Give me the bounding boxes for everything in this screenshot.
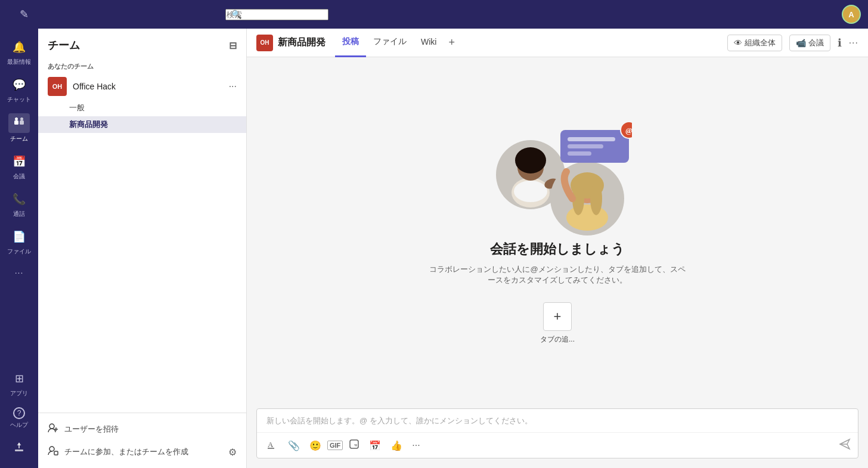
tab-bar: 投稿 ファイル Wiki + xyxy=(335,29,460,57)
welcome-title: 会話を開始しましょう xyxy=(490,240,625,258)
attach-icon[interactable]: 📎 xyxy=(284,438,303,454)
format-icon[interactable]: A xyxy=(264,436,282,454)
nav-item-wrapper-activity: 🔔 最新情報 xyxy=(0,33,38,71)
svg-rect-11 xyxy=(54,451,58,455)
topbar-left: ✎ xyxy=(7,8,45,21)
sidebar-title: チーム xyxy=(48,38,80,52)
chat-toolbar: A 📎 🙂 GIF 📅 👍 ··· xyxy=(257,432,858,458)
sidebar-item-update[interactable] xyxy=(0,434,38,463)
sidebar-item-apps[interactable]: ⊞ アプリ xyxy=(0,365,38,402)
sidebar-item-meetings[interactable]: 📅 会議 xyxy=(0,148,38,185)
schedule-icon[interactable]: 📅 xyxy=(365,438,385,454)
channel-item-new-product[interactable]: 新商品開発 xyxy=(38,116,246,133)
add-tab-label: タブの追... xyxy=(540,334,575,345)
compose-icon[interactable]: ✎ xyxy=(20,8,29,21)
nav-label-meetings: 会議 xyxy=(13,172,25,181)
svg-rect-1 xyxy=(20,120,24,125)
svg-rect-25 xyxy=(568,137,615,141)
join-label: チームに参加、またはチームを作成 xyxy=(64,447,188,457)
join-team-button[interactable]: チームに参加、またはチームを作成 xyxy=(48,443,228,461)
topbar-right: A xyxy=(823,5,861,24)
content-header: OH 新商品開発 投稿 ファイル Wiki + 👁 組織全体 📹 会議 ℹ ··… xyxy=(247,29,868,57)
more-options-icon[interactable]: ··· xyxy=(408,438,423,453)
invite-users-button[interactable]: ユーザーを招待 xyxy=(48,420,237,438)
apps-icon: ⊞ xyxy=(10,370,29,388)
channel-item-general[interactable]: 一般 xyxy=(38,100,246,116)
svg-point-2 xyxy=(15,117,18,120)
add-tab-area: + タブの追... xyxy=(540,302,575,345)
info-icon[interactable]: ℹ xyxy=(838,36,842,49)
tab-wiki[interactable]: Wiki xyxy=(414,29,444,57)
sidebar-item-activity[interactable]: 🔔 最新情報 xyxy=(0,33,38,71)
sidebar-item-teams[interactable]: チーム xyxy=(0,109,38,148)
nav-label-activity: 最新情報 xyxy=(7,58,31,66)
channel-header-avatar: OH xyxy=(256,35,273,51)
more-icon: ··· xyxy=(10,265,29,280)
left-nav: 🔔 最新情報 💬 チャット チーム 📅 会議 📞 xyxy=(0,29,38,468)
help-icon: ? xyxy=(13,407,25,419)
content-area: OH 新商品開発 投稿 ファイル Wiki + 👁 組織全体 📹 会議 ℹ ··… xyxy=(247,29,868,468)
teams-icon xyxy=(8,113,30,133)
nav-label-teams: チーム xyxy=(10,135,28,143)
svg-point-23 xyxy=(590,182,602,215)
nav-label-files: ファイル xyxy=(7,247,31,256)
add-tab-button[interactable]: + xyxy=(543,302,572,331)
svg-rect-0 xyxy=(14,120,18,125)
sidebar-item-chat[interactable]: 💬 チャット xyxy=(0,71,38,109)
update-icon xyxy=(8,439,30,458)
sidebar-item-calls[interactable]: 📞 通話 xyxy=(0,185,38,223)
team-more-icon[interactable]: ··· xyxy=(229,81,237,92)
chat-input-area: A 📎 🙂 GIF 📅 👍 ··· xyxy=(256,408,858,458)
settings-icon[interactable]: ⚙ xyxy=(228,447,237,458)
calls-icon: 📞 xyxy=(8,190,30,208)
svg-text:@: @ xyxy=(625,126,632,135)
svg-marker-6 xyxy=(17,442,21,445)
sidebar-item-more[interactable]: ··· xyxy=(0,261,38,284)
main-container: 🔔 最新情報 💬 チャット チーム 📅 会議 📞 xyxy=(0,29,868,468)
sticker-icon[interactable] xyxy=(345,436,363,454)
eye-icon: 👁 xyxy=(734,38,742,48)
team-name-office-hack: Office Hack xyxy=(73,82,223,91)
camera-icon: 📹 xyxy=(796,38,806,48)
filter-icon[interactable]: ⊟ xyxy=(229,40,237,51)
svg-text:A: A xyxy=(268,440,274,449)
emoji-icon[interactable]: 🙂 xyxy=(306,438,325,454)
svg-point-15 xyxy=(515,147,546,173)
invite-label: ユーザーを招待 xyxy=(64,424,119,435)
channel-header-title: 新商品開発 xyxy=(278,36,326,49)
sidebar-section-label: あなたのチーム xyxy=(38,57,246,73)
join-icon xyxy=(48,445,58,458)
svg-point-10 xyxy=(49,447,54,451)
search-icon: 🔍 xyxy=(231,10,241,19)
send-button[interactable] xyxy=(839,438,851,453)
join-team-row: チームに参加、またはチームを作成 ⚙ xyxy=(48,443,237,461)
like-icon[interactable]: 👍 xyxy=(387,438,406,454)
illustration-svg: @ xyxy=(483,121,632,240)
nav-label-help: ヘルプ xyxy=(10,421,28,429)
meeting-label: 会議 xyxy=(808,38,824,48)
ellipsis-icon[interactable]: ··· xyxy=(849,38,858,48)
avatar[interactable]: A xyxy=(842,5,861,24)
tab-posts[interactable]: 投稿 xyxy=(335,29,366,57)
invite-icon xyxy=(48,423,58,436)
org-view-label: 組織全体 xyxy=(745,38,776,48)
tab-add-button[interactable]: + xyxy=(444,29,460,57)
svg-rect-4 xyxy=(15,450,23,451)
sidebar-item-help[interactable]: ? ヘルプ xyxy=(0,402,38,434)
svg-point-16 xyxy=(514,181,547,202)
team-item-office-hack[interactable]: OH Office Hack ··· xyxy=(38,73,246,100)
welcome-subtitle: コラボレーションしたい人に@メンションしたり、タブを追加して、スペースをカスタマ… xyxy=(426,264,689,286)
search-wrapper: 🔍 xyxy=(225,9,643,20)
chat-input[interactable] xyxy=(257,409,858,432)
header-actions: 👁 組織全体 📹 会議 ℹ ··· xyxy=(727,35,858,51)
tab-files[interactable]: ファイル xyxy=(366,29,414,57)
org-view-button[interactable]: 👁 組織全体 xyxy=(727,35,782,51)
meetings-icon: 📅 xyxy=(8,153,30,171)
gif-icon[interactable]: GIF xyxy=(327,441,343,450)
meeting-button[interactable]: 📹 会議 xyxy=(789,35,830,51)
sidebar-footer: ユーザーを招待 チームに参加、またはチームを作成 ⚙ xyxy=(38,413,246,468)
sidebar: チーム ⊟ あなたのチーム OH Office Hack ··· 一般 新商品開… xyxy=(38,29,247,468)
chat-icon: 💬 xyxy=(8,76,30,94)
sidebar-item-files[interactable]: 📄 ファイル xyxy=(0,223,38,261)
svg-point-19 xyxy=(566,204,608,231)
